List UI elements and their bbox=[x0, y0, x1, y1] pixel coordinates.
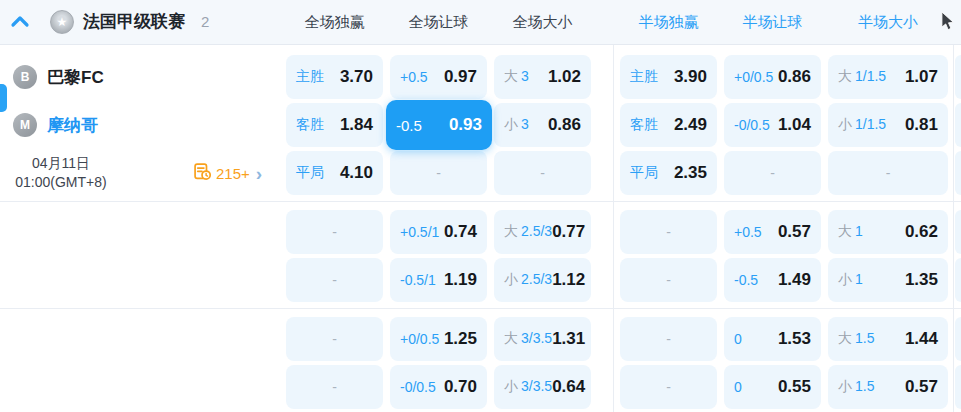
next-group-partial-cell bbox=[955, 55, 961, 99]
odds-line-label: -0/0.5 bbox=[400, 379, 436, 395]
odds-cell-empty: - bbox=[286, 317, 383, 361]
away-team-row[interactable]: M 摩纳哥 bbox=[0, 103, 98, 147]
odds-value: 4.10 bbox=[340, 163, 373, 183]
column-header-half-win: 半场独赢 bbox=[620, 0, 717, 44]
odds-line-label: 大1/1.5 bbox=[838, 68, 886, 86]
odds-value: 0.86 bbox=[778, 67, 811, 87]
home-team-badge: B bbox=[13, 65, 37, 89]
odds-cell[interactable]: 大1/1.51.07 bbox=[828, 55, 948, 99]
match-datetime: 04月11日 01:00(GMT+8) bbox=[0, 151, 122, 195]
odds-value: 0.77 bbox=[552, 222, 585, 242]
odds-cell[interactable]: 大31.02 bbox=[494, 55, 591, 99]
next-group-partial-cell bbox=[955, 210, 961, 254]
odds-line-label: 客胜 bbox=[630, 116, 658, 134]
odds-cell[interactable]: 平局2.35 bbox=[620, 151, 717, 195]
odds-cell[interactable]: 小30.86 bbox=[494, 103, 591, 147]
odds-line-label: 小2.5/3 bbox=[504, 271, 552, 289]
next-group-partial-cell bbox=[955, 317, 961, 361]
home-team-name: 巴黎FC bbox=[47, 66, 104, 89]
group-divider-right bbox=[953, 45, 954, 412]
odds-line-label: +0.5/1 bbox=[400, 224, 439, 240]
odds-cell[interactable]: +0.50.57 bbox=[724, 210, 821, 254]
odds-value: 1.25 bbox=[444, 329, 477, 349]
odds-cell[interactable]: 平局4.10 bbox=[286, 151, 383, 195]
markets-coins-icon bbox=[193, 162, 212, 185]
odds-cell[interactable]: -0/0.51.04 bbox=[724, 103, 821, 147]
odds-value: 0.57 bbox=[905, 377, 938, 397]
odds-cell[interactable]: 大10.62 bbox=[828, 210, 948, 254]
over-under-prefix: 大 bbox=[504, 330, 518, 346]
odds-line-label: +0/0.5 bbox=[734, 69, 773, 85]
odds-line-label: -0.5 bbox=[734, 272, 758, 288]
odds-value: 1.02 bbox=[548, 67, 581, 87]
column-header-half-overunder: 半场大小 bbox=[828, 0, 948, 44]
odds-cell[interactable]: +0/0.51.25 bbox=[390, 317, 487, 361]
empty-odds-dash: - bbox=[332, 272, 337, 288]
odds-cell[interactable]: 大1.51.44 bbox=[828, 317, 948, 361]
odds-value: 3.90 bbox=[674, 67, 707, 87]
empty-odds-dash: - bbox=[666, 331, 671, 347]
league-name: 法国甲级联赛 bbox=[83, 0, 185, 44]
odds-cell[interactable]: -0.51.49 bbox=[724, 258, 821, 302]
odds-value: 1.53 bbox=[778, 329, 811, 349]
next-group-partial-cell bbox=[955, 365, 961, 409]
collapse-chevron-up-icon[interactable] bbox=[10, 13, 30, 31]
odds-line-label: -0/0.5 bbox=[734, 117, 770, 133]
odds-cell[interactable]: +0.5/10.74 bbox=[390, 210, 487, 254]
over-under-prefix: 小 bbox=[504, 116, 518, 132]
odds-value: 0.81 bbox=[905, 115, 938, 135]
section-divider-2 bbox=[0, 308, 961, 309]
odds-cell[interactable]: 客胜1.84 bbox=[286, 103, 383, 147]
empty-odds-dash: - bbox=[666, 272, 671, 288]
odds-cell[interactable]: +0.50.97 bbox=[390, 55, 487, 99]
odds-line-label: -0.5 bbox=[396, 117, 422, 134]
more-markets-count: 215+ bbox=[216, 165, 250, 182]
odds-cell[interactable]: 大2.5/30.77 bbox=[494, 210, 591, 254]
odds-cell[interactable]: -0.50.93 bbox=[386, 100, 492, 150]
odds-cell[interactable]: 小1/1.50.81 bbox=[828, 103, 948, 147]
odds-cell[interactable]: 客胜2.49 bbox=[620, 103, 717, 147]
odds-cell[interactable]: -0.5/11.19 bbox=[390, 258, 487, 302]
chevron-right-icon: › bbox=[256, 164, 262, 183]
away-team-name: 摩纳哥 bbox=[47, 114, 98, 137]
odds-cell[interactable]: 00.55 bbox=[724, 365, 821, 409]
empty-odds-dash: - bbox=[666, 379, 671, 395]
next-group-partial-cell bbox=[955, 258, 961, 302]
odds-cell-empty: - bbox=[620, 317, 717, 361]
odds-value: 0.74 bbox=[444, 222, 477, 242]
odds-value: 0.57 bbox=[778, 222, 811, 242]
odds-value: 1.35 bbox=[905, 270, 938, 290]
odds-cell[interactable]: 小3/3.50.64 bbox=[494, 365, 591, 409]
odds-cell[interactable]: 小1.50.57 bbox=[828, 365, 948, 409]
column-header-full-win: 全场独赢 bbox=[286, 0, 383, 44]
odds-cell[interactable]: 小11.35 bbox=[828, 258, 948, 302]
home-team-row[interactable]: B 巴黎FC bbox=[0, 55, 104, 99]
odds-board: ★ 法国甲级联赛 2 全场独赢 全场让球 全场大小 半场独赢 半场让球 半场大小… bbox=[0, 0, 961, 412]
odds-cell-empty: - bbox=[390, 151, 487, 195]
match-date: 04月11日 bbox=[32, 154, 90, 173]
odds-line-label: +0.5 bbox=[734, 224, 762, 240]
more-markets-link[interactable]: 215+ › bbox=[193, 151, 262, 195]
odds-cell-empty: - bbox=[494, 151, 591, 195]
odds-cell[interactable]: +0/0.50.86 bbox=[724, 55, 821, 99]
over-under-prefix: 大 bbox=[838, 223, 852, 239]
next-group-partial-cell bbox=[955, 151, 961, 195]
odds-cell[interactable]: 01.53 bbox=[724, 317, 821, 361]
over-under-prefix: 大 bbox=[838, 330, 852, 346]
odds-line-label: 平局 bbox=[296, 164, 324, 182]
odds-cell[interactable]: 主胜3.70 bbox=[286, 55, 383, 99]
odds-value: 1.84 bbox=[340, 115, 373, 135]
odds-line-label: 大1.5 bbox=[838, 330, 874, 348]
odds-line-label: 0 bbox=[734, 379, 742, 395]
odds-value: 1.07 bbox=[905, 67, 938, 87]
odds-cell[interactable]: 大3/3.51.31 bbox=[494, 317, 591, 361]
odds-cell[interactable]: 主胜3.90 bbox=[620, 55, 717, 99]
odds-line-label: 小3 bbox=[504, 116, 529, 134]
over-under-prefix: 小 bbox=[838, 378, 852, 394]
odds-value: 1.19 bbox=[444, 270, 477, 290]
odds-line-label: 0 bbox=[734, 331, 742, 347]
odds-cell-empty: - bbox=[828, 151, 948, 195]
odds-cell[interactable]: -0/0.50.70 bbox=[390, 365, 487, 409]
odds-cell[interactable]: 小2.5/31.12 bbox=[494, 258, 591, 302]
odds-line-label: 小1/1.5 bbox=[838, 116, 886, 134]
